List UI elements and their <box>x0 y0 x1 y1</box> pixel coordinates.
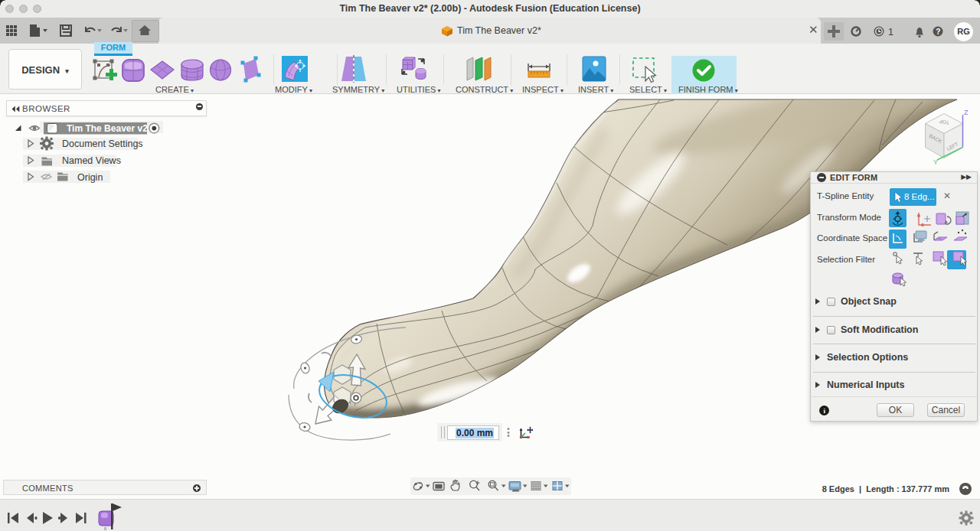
svg-text:Y: Y <box>933 158 938 166</box>
svg-text:Tim The Beaver v2: Tim The Beaver v2 <box>67 123 148 134</box>
svg-text:Named Views: Named Views <box>62 155 121 166</box>
svg-text:?: ? <box>936 28 940 36</box>
svg-text:Origin: Origin <box>77 172 103 183</box>
svg-text:Document Settings: Document Settings <box>62 138 143 149</box>
svg-text:Z: Z <box>964 109 969 116</box>
svg-text:1: 1 <box>888 27 893 37</box>
